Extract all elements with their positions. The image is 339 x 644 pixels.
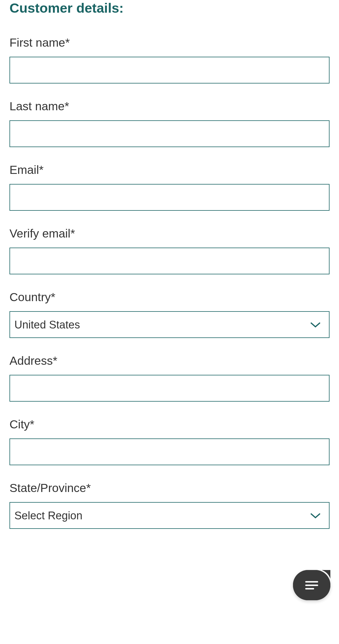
email-field-group: Email* — [9, 163, 330, 211]
state-select-wrapper: Select Region — [9, 502, 330, 529]
verify-email-input[interactable] — [9, 248, 330, 274]
address-input[interactable] — [9, 375, 330, 402]
first-name-input[interactable] — [9, 57, 330, 83]
chat-button[interactable] — [293, 570, 330, 600]
city-input[interactable] — [9, 438, 330, 465]
email-label: Email* — [9, 163, 330, 177]
first-name-label: First name* — [9, 36, 330, 50]
city-label: City* — [9, 418, 330, 431]
country-label: Country* — [9, 290, 330, 304]
chat-icon — [304, 577, 320, 593]
verify-email-label: Verify email* — [9, 227, 330, 240]
last-name-field-group: Last name* — [9, 100, 330, 147]
last-name-label: Last name* — [9, 100, 330, 113]
state-select[interactable]: Select Region — [9, 502, 330, 529]
last-name-input[interactable] — [9, 120, 330, 147]
state-label: State/Province* — [9, 481, 330, 495]
state-field-group: State/Province* Select Region — [9, 481, 330, 529]
address-label: Address* — [9, 354, 330, 368]
country-select[interactable]: United States — [9, 311, 330, 338]
country-field-group: Country* United States — [9, 290, 330, 338]
city-field-group: City* — [9, 418, 330, 465]
address-field-group: Address* — [9, 354, 330, 402]
verify-email-field-group: Verify email* — [9, 227, 330, 274]
first-name-field-group: First name* — [9, 36, 330, 83]
section-title: Customer details: — [9, 0, 330, 16]
email-input[interactable] — [9, 184, 330, 211]
country-select-wrapper: United States — [9, 311, 330, 338]
